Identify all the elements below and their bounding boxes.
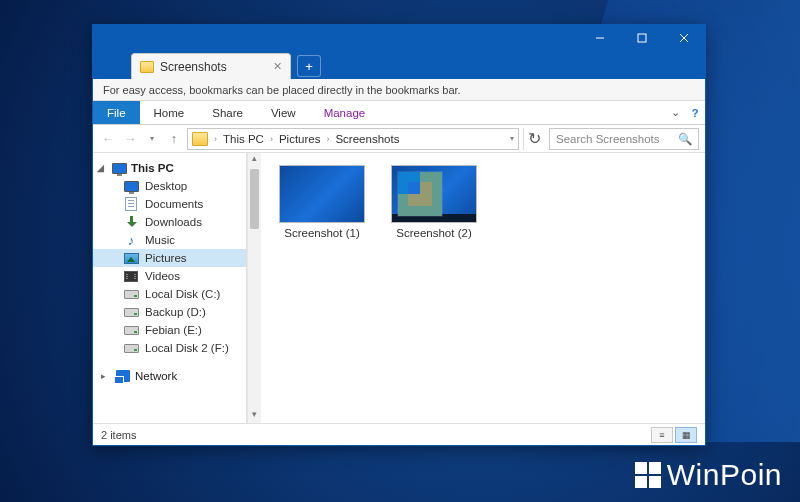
nav-item-label: Downloads xyxy=(145,216,202,228)
scroll-thumb[interactable] xyxy=(250,169,259,229)
nav-item-local-disk-2-f-[interactable]: Local Disk 2 (F:) xyxy=(93,339,246,357)
back-button[interactable]: ← xyxy=(99,130,117,148)
pictures-icon xyxy=(124,253,139,264)
nav-item-label: Febian (E:) xyxy=(145,324,202,336)
chevron-right-icon[interactable]: › xyxy=(324,134,331,144)
document-icon xyxy=(125,197,137,211)
desktop-icon xyxy=(124,181,139,192)
file-name: Screenshot (1) xyxy=(275,227,369,239)
nav-network[interactable]: ▸ Network xyxy=(93,367,246,385)
nav-item-label: Documents xyxy=(145,198,203,210)
pc-icon xyxy=(112,163,127,174)
nav-item-label: Desktop xyxy=(145,180,187,192)
search-input[interactable]: Search Screenshots 🔍 xyxy=(549,128,699,150)
forward-button[interactable]: → xyxy=(121,130,139,148)
bookmarks-bar: For easy access, bookmarks can be placed… xyxy=(93,79,705,101)
nav-item-desktop[interactable]: Desktop xyxy=(93,177,246,195)
music-icon: ♪ xyxy=(128,234,135,247)
folder-icon xyxy=(140,61,154,73)
nav-item-pictures[interactable]: Pictures xyxy=(93,249,246,267)
address-bar[interactable]: › This PC › Pictures › Screenshots ▾ xyxy=(187,128,519,150)
refresh-button[interactable]: ↻ xyxy=(523,128,545,150)
address-row: ← → ▾ ↑ › This PC › Pictures › Screensho… xyxy=(93,125,705,153)
network-icon xyxy=(116,370,130,382)
ribbon-tab-manage[interactable]: Manage xyxy=(310,101,380,124)
video-icon xyxy=(124,271,138,282)
nav-item-label: Local Disk 2 (F:) xyxy=(145,342,229,354)
drive-icon xyxy=(124,308,139,317)
file-thumbnail xyxy=(391,165,477,223)
new-tab-button[interactable]: + xyxy=(297,55,321,77)
drive-icon xyxy=(124,290,139,299)
search-icon: 🔍 xyxy=(678,132,692,146)
details-view-button[interactable]: ≡ xyxy=(651,427,673,443)
tab-title: Screenshots xyxy=(160,60,227,74)
drive-icon xyxy=(124,326,139,335)
bookmarks-hint: For easy access, bookmarks can be placed… xyxy=(103,84,461,96)
drive-icon xyxy=(124,344,139,353)
explorer-window: Screenshots ✕ + For easy access, bookmar… xyxy=(92,24,706,446)
nav-item-music[interactable]: ♪Music xyxy=(93,231,246,249)
download-icon xyxy=(125,216,138,229)
ribbon-tab-home[interactable]: Home xyxy=(140,101,199,124)
file-item[interactable]: Screenshot (1) xyxy=(275,165,369,239)
ribbon-tab-share[interactable]: Share xyxy=(198,101,257,124)
maximize-button[interactable] xyxy=(621,25,663,51)
nav-item-label: Pictures xyxy=(145,252,187,264)
scroll-down-icon[interactable]: ▾ xyxy=(248,409,261,423)
help-icon[interactable]: ? xyxy=(685,101,705,124)
nav-item-label: Local Disk (C:) xyxy=(145,288,220,300)
close-tab-icon[interactable]: ✕ xyxy=(273,60,282,73)
file-list[interactable]: Screenshot (1)Screenshot (2) xyxy=(247,153,705,423)
search-placeholder: Search Screenshots xyxy=(556,133,660,145)
ribbon-file-tab[interactable]: File xyxy=(93,101,140,124)
chevron-right-icon[interactable]: › xyxy=(268,134,275,144)
nav-item-febian-e-[interactable]: Febian (E:) xyxy=(93,321,246,339)
history-dropdown-icon[interactable]: ▾ xyxy=(143,130,161,148)
item-count: 2 items xyxy=(101,429,136,441)
nav-item-local-disk-c-[interactable]: Local Disk (C:) xyxy=(93,285,246,303)
breadcrumb-thispc[interactable]: This PC xyxy=(221,133,266,145)
minimize-button[interactable] xyxy=(579,25,621,51)
status-bar: 2 items ≡ ▦ xyxy=(93,423,705,445)
thumbnails-view-button[interactable]: ▦ xyxy=(675,427,697,443)
file-item[interactable]: Screenshot (2) xyxy=(387,165,481,239)
svg-rect-1 xyxy=(638,34,646,42)
navigation-pane[interactable]: ◢ This PC DesktopDocumentsDownloads♪Musi… xyxy=(93,153,247,423)
ribbon-expand-icon[interactable]: ⌄ xyxy=(665,101,685,124)
desktop-wallpaper: Screenshots ✕ + For easy access, bookmar… xyxy=(0,0,800,502)
up-button[interactable]: ↑ xyxy=(165,130,183,148)
nav-scrollbar[interactable]: ▴ ▾ xyxy=(247,153,261,423)
nav-item-label: Backup (D:) xyxy=(145,306,206,318)
address-dropdown-icon[interactable]: ▾ xyxy=(510,134,514,143)
windows-icon xyxy=(635,462,661,488)
file-thumbnail xyxy=(279,165,365,223)
nav-item-videos[interactable]: Videos xyxy=(93,267,246,285)
expand-icon[interactable]: ▸ xyxy=(101,371,111,381)
breadcrumb-pictures[interactable]: Pictures xyxy=(277,133,323,145)
watermark: WinPoin xyxy=(635,458,782,492)
browser-tab-screenshots[interactable]: Screenshots ✕ xyxy=(131,53,291,79)
nav-item-documents[interactable]: Documents xyxy=(93,195,246,213)
ribbon-tab-view[interactable]: View xyxy=(257,101,310,124)
nav-item-label: Music xyxy=(145,234,175,246)
nav-item-downloads[interactable]: Downloads xyxy=(93,213,246,231)
file-name: Screenshot (2) xyxy=(387,227,481,239)
window-titlebar[interactable]: Screenshots ✕ + xyxy=(93,25,705,79)
nav-item-label: Videos xyxy=(145,270,180,282)
folder-icon xyxy=(192,132,208,146)
nav-item-backup-d-[interactable]: Backup (D:) xyxy=(93,303,246,321)
ribbon: File Home Share View Manage ⌄ ? xyxy=(93,101,705,125)
nav-thispc[interactable]: ◢ This PC xyxy=(93,159,246,177)
expand-icon[interactable]: ◢ xyxy=(97,163,107,173)
chevron-right-icon[interactable]: › xyxy=(212,134,219,144)
close-button[interactable] xyxy=(663,25,705,51)
breadcrumb-screenshots[interactable]: Screenshots xyxy=(333,133,401,145)
scroll-up-icon[interactable]: ▴ xyxy=(248,153,261,167)
